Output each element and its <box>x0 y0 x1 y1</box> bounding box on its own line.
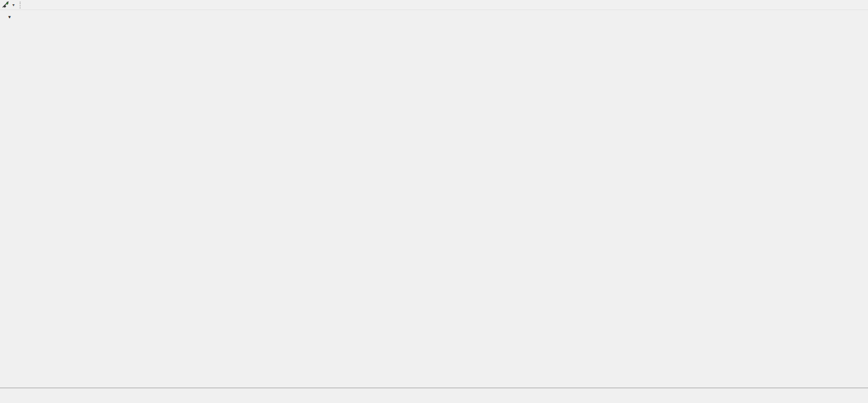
price-chart-canvas[interactable] <box>0 10 868 388</box>
chart-tabs <box>0 388 3 403</box>
chart-tabbar <box>0 388 868 403</box>
chart-title[interactable]: ▼ <box>7 13 17 20</box>
chart-collapse-icon[interactable]: ▼ <box>7 15 12 20</box>
cursor-tool-icon[interactable] <box>0 1 12 9</box>
chart-window[interactable]: ▼ <box>0 10 868 388</box>
application-window: ▼ ▼ <box>0 0 868 403</box>
toolbar-grip-handle[interactable] <box>20 2 22 8</box>
tool-dropdown-caret[interactable]: ▼ <box>12 3 15 7</box>
timeframe-toolbar: ▼ <box>0 0 868 10</box>
tab-scroll-arrows <box>857 399 868 403</box>
